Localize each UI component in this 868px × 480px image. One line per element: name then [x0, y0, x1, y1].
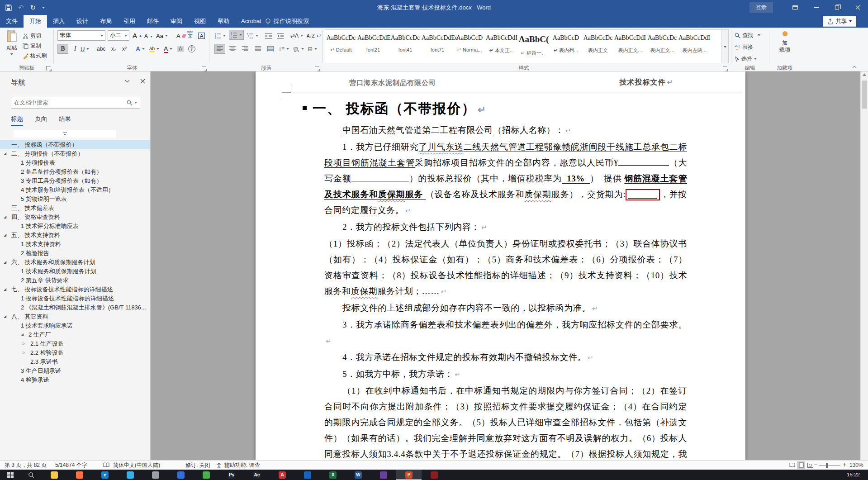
- show-hide-marks-button[interactable]: ↵: [317, 31, 322, 41]
- zoom-slider-track[interactable]: [819, 465, 840, 466]
- replace-button[interactable]: abac 替换: [735, 42, 753, 52]
- nav-item[interactable]: 1 分项报价表: [0, 158, 150, 167]
- track-changes-status[interactable]: 修订: 关闭: [185, 461, 210, 470]
- document-paragraph[interactable]: 中国石油天然气管道第二工程有限公司（招标人名称）：↵: [324, 122, 687, 139]
- nav-item[interactable]: 1 技术评分标准响应表: [0, 222, 150, 231]
- highlight-color-button[interactable]: ab: [149, 44, 159, 54]
- word-count-status[interactable]: 5/14874 个字: [55, 461, 87, 470]
- tab-邮件[interactable]: 邮件: [141, 15, 165, 28]
- distribute-button[interactable]: [265, 44, 276, 54]
- document-paragraph[interactable]: 4．我方承诺在招标文件规定的投标有效期内不撤销投标文件。↵: [324, 349, 687, 366]
- sign-in-button[interactable]: 登录: [749, 2, 773, 13]
- collapse-triangle-icon[interactable]: ◢: [4, 231, 11, 240]
- document-paragraph[interactable]: （1）在收到中标通知书后，在中标通知书规定的期限内与你方签订合同；（2）在签订合…: [324, 383, 687, 460]
- nav-item[interactable]: 3 生产日期承诺: [0, 366, 150, 375]
- taskbar-word[interactable]: W: [346, 470, 371, 480]
- taskbar-app-darkred[interactable]: [422, 470, 447, 480]
- tab-引用[interactable]: 引用: [118, 15, 141, 28]
- add-ins-button[interactable]: 加载项: [772, 31, 798, 53]
- proofing-book-icon[interactable]: [103, 462, 109, 468]
- strikethrough-button[interactable]: abc: [97, 44, 105, 54]
- nav-item[interactable]: ▷2.1 生产设备: [0, 339, 150, 348]
- bold-button[interactable]: B: [57, 44, 68, 54]
- tab-开始[interactable]: 开始: [24, 15, 47, 28]
- enclose-characters-button[interactable]: 字: [188, 44, 195, 54]
- fill-in-blank[interactable]: [618, 159, 669, 166]
- clear-formatting-button[interactable]: A: [176, 31, 185, 41]
- nav-item[interactable]: ◢2 生产厂: [0, 330, 150, 339]
- document-paragraph[interactable]: 5．如我方中标，我方承诺：↵: [324, 366, 687, 383]
- document-canvas[interactable]: 营口海东水泥制品有限公司 技术投标文件↵ 一、 投标函（不带报价）↵ 中国石油天…: [151, 71, 860, 460]
- ribbon-display-options-button[interactable]: [785, 0, 806, 15]
- tab-视图[interactable]: 视图: [188, 15, 212, 28]
- clipboard-dialog-launcher-icon[interactable]: [46, 66, 51, 71]
- shading-button[interactable]: [293, 44, 304, 54]
- nav-item[interactable]: 2.3 承诺书: [0, 357, 150, 366]
- style-card-font21[interactable]: AaBbCcDdEfont21: [357, 30, 389, 63]
- nav-tab-results[interactable]: 结果: [59, 115, 71, 126]
- nav-item[interactable]: ◢七、 投标设备技术性能指标的详细描述: [0, 285, 150, 294]
- share-button[interactable]: 共享: [823, 16, 856, 27]
- document-paragraph[interactable]: 1．我方已仔细研究了川气东送二线天然气管道工程鄂豫赣皖浙闽段干线施工总承包二标段…: [324, 139, 687, 219]
- character-shading-button[interactable]: A: [177, 44, 184, 54]
- fill-in-blank[interactable]: [351, 175, 409, 181]
- nav-item[interactable]: ◢五、 技术支持资料: [0, 231, 150, 240]
- close-button[interactable]: [847, 0, 868, 15]
- zoom-slider-thumb[interactable]: [826, 463, 828, 468]
- taskbar-excel[interactable]: X: [320, 470, 346, 480]
- taskbar-file-explorer[interactable]: [42, 470, 67, 480]
- nav-tab-headings[interactable]: 标题: [11, 115, 23, 126]
- line-spacing-button[interactable]: ↕≡: [279, 44, 289, 54]
- taskbar-search-button[interactable]: [21, 470, 42, 480]
- select-button[interactable]: 选择: [735, 54, 757, 64]
- nav-pane-options-chevron-icon[interactable]: [125, 80, 130, 83]
- collapse-triangle-icon[interactable]: ◢: [4, 149, 11, 158]
- paragraph-dialog-launcher-icon[interactable]: [315, 66, 319, 71]
- nav-item[interactable]: 4 技术服务和培训报价表（不适用）: [0, 185, 150, 195]
- tab-插入[interactable]: 插入: [47, 15, 71, 28]
- style-gallery-more-button[interactable]: [721, 29, 729, 63]
- nav-item[interactable]: 1 技术服务和质保期服务计划: [0, 267, 150, 276]
- tab-帮助[interactable]: 帮助: [212, 15, 235, 28]
- chevron-down-icon[interactable]: [134, 102, 137, 104]
- nav-item[interactable]: 2 检验报告: [0, 249, 150, 258]
- nav-item[interactable]: 1 技术要求响应承诺: [0, 321, 150, 330]
- taskbar-acrobat[interactable]: A: [270, 470, 295, 480]
- taskbar-clock[interactable]: 15:22: [847, 470, 860, 480]
- nav-item[interactable]: 三、 技术偏差表: [0, 204, 150, 213]
- zoom-out-button[interactable]: −: [814, 461, 817, 470]
- document-paragraph[interactable]: 2．我方的投标文件包括下列内容：↵: [324, 219, 687, 236]
- cut-button[interactable]: 剪切: [23, 31, 41, 41]
- vertical-scrollbar[interactable]: [860, 71, 868, 460]
- tab-设计[interactable]: 设计: [71, 15, 94, 28]
- nav-item[interactable]: 2 备品备件分项报价表（如有）: [0, 167, 150, 176]
- scroll-up-arrow-icon[interactable]: [863, 73, 866, 76]
- nav-item[interactable]: ◢四、 资格审查资料: [0, 213, 150, 222]
- multilevel-list-button[interactable]: [247, 31, 258, 41]
- collapse-triangle-icon[interactable]: ◢: [21, 330, 28, 339]
- paste-button[interactable]: 粘贴: [3, 30, 21, 55]
- zoom-level[interactable]: 130%: [849, 461, 863, 470]
- taskbar-settings[interactable]: [143, 470, 168, 480]
- bullets-button[interactable]: [214, 31, 226, 41]
- style-card-表内正文...[interactable]: AaBbCcDc表内正文...: [646, 30, 678, 63]
- taskbar-photoshop[interactable]: Ps: [219, 470, 244, 480]
- style-card-表内正文[interactable]: AaBbCcDc表内正文: [582, 30, 614, 63]
- zoom-in-button[interactable]: +: [843, 461, 846, 470]
- scrollbar-thumb[interactable]: [862, 81, 867, 109]
- copy-button[interactable]: 复制: [23, 41, 41, 51]
- minimize-button[interactable]: [806, 0, 826, 15]
- collapse-triangle-icon[interactable]: ◢: [4, 285, 11, 294]
- document-paragraph[interactable]: 3．我方承诺除商务偏差表和技术偏差表列出的偏差外，我方响应招标文件的全部要求。↵: [324, 317, 687, 349]
- character-border-button[interactable]: A: [198, 31, 205, 41]
- taskbar-app-blue[interactable]: [168, 470, 194, 480]
- restore-button[interactable]: [826, 0, 847, 15]
- collapse-triangle-icon[interactable]: ◢: [4, 258, 11, 267]
- accessibility-person-icon[interactable]: [216, 462, 222, 468]
- collapse-triangle-icon[interactable]: ◢: [4, 312, 11, 321]
- taskbar-powerpoint-active[interactable]: P: [396, 470, 422, 480]
- expand-triangle-icon[interactable]: ▷: [23, 348, 30, 357]
- nav-item[interactable]: 一、 投标函（不带报价）: [0, 140, 150, 149]
- language-status[interactable]: 简体中文(中国大陆): [113, 461, 160, 470]
- nav-item[interactable]: ▷2.2 检验设备: [0, 348, 150, 357]
